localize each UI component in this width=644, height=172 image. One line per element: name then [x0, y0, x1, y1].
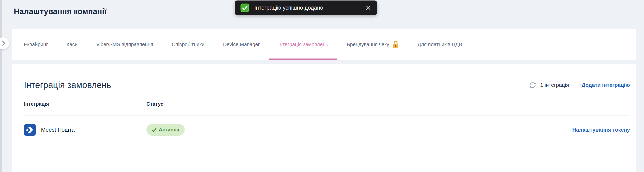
tab-label: Viber/SMS відправлення	[96, 42, 153, 47]
tab-device-manager[interactable]: Device Manager	[214, 29, 269, 60]
section-header: Інтеграція замовлень 1 інтеграція +Додат…	[24, 80, 630, 90]
integration-name: Meest Пошта	[41, 127, 75, 133]
tab-label: Для платників ПДВ	[418, 42, 462, 47]
tab-employees[interactable]: Співробітники	[163, 29, 214, 60]
status-badge: Активна	[146, 124, 185, 136]
tab-vat-payers[interactable]: Для платників ПДВ	[408, 29, 471, 60]
tab-label: Device Manager	[223, 42, 260, 47]
tab-label: Інтеграція замовлень	[278, 42, 328, 47]
toast-notification: Інтеграцію успішно додано	[235, 1, 377, 15]
sidebar-expand-button[interactable]	[0, 37, 9, 49]
table-row: Meest Пошта Активна Налаштування токену	[24, 116, 630, 144]
section-title: Інтеграція замовлень	[24, 80, 111, 90]
integration-count: 1 інтеграція	[540, 82, 569, 88]
tab-cash-registers[interactable]: Каси	[57, 29, 87, 60]
lock-icon	[392, 41, 399, 48]
header-integration: Інтеграція	[24, 101, 146, 107]
add-integration-button[interactable]: +Додати інтеграцію	[579, 82, 630, 88]
page-title: Налаштування компанії	[14, 7, 106, 16]
tab-receipt-branding[interactable]: Брендування чеку	[337, 29, 408, 60]
status-badge-label: Активна	[159, 127, 179, 133]
tab-label: Каси	[66, 42, 77, 47]
tab-label: Брендування чеку	[347, 42, 389, 47]
status-cell: Активна Налаштування токену	[146, 124, 630, 136]
success-check-icon	[240, 3, 249, 12]
token-settings-link[interactable]: Налаштування токену	[572, 127, 630, 133]
tab-label: Співробітники	[172, 42, 205, 47]
toast-message: Інтеграцію успішно додано	[254, 5, 323, 11]
meest-logo-icon	[24, 124, 36, 136]
check-icon	[152, 128, 156, 132]
integration-panel: Інтеграція замовлень 1 інтеграція +Додат…	[12, 64, 636, 172]
chevron-right-icon	[2, 41, 6, 46]
collapsed-sidebar-edge	[0, 0, 2, 172]
section-header-controls: 1 інтеграція +Додати інтеграцію	[529, 81, 630, 89]
refresh-icon[interactable]	[529, 81, 536, 89]
tab-acquiring[interactable]: Еквайринг	[15, 29, 57, 60]
tab-viber-sms[interactable]: Viber/SMS відправлення	[87, 29, 162, 60]
table-header-row: Інтеграція Статус	[24, 93, 630, 116]
tab-label: Еквайринг	[24, 42, 48, 47]
integration-cell: Meest Пошта	[24, 124, 146, 136]
settings-tabbar: Еквайринг Каси Viber/SMS відправлення Сп…	[12, 29, 636, 60]
header-status: Статус	[146, 101, 630, 107]
tab-order-integration[interactable]: Інтеграція замовлень	[269, 29, 337, 60]
toast-close-icon[interactable]	[365, 5, 372, 11]
